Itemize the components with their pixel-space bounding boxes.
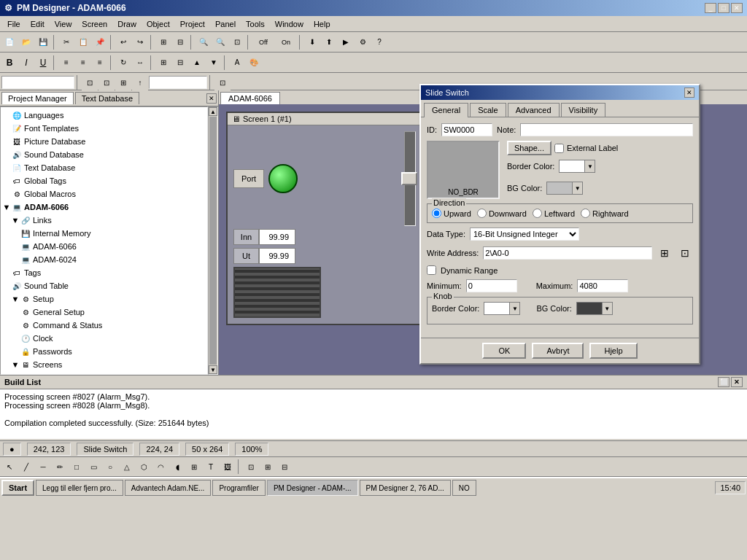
rect-btn[interactable]: □ [69,459,85,475]
help-tool-btn[interactable]: ? [371,34,387,50]
tree-clock[interactable]: 🕐 Clock [2,332,206,345]
tree-command-status[interactable]: ⚙ Command & Status [2,319,206,332]
menu-project[interactable]: Project [176,18,209,30]
bg-color-btn[interactable]: 🎨 [246,55,262,71]
rotate-btn[interactable]: ↻ [115,55,131,71]
write-addr-btn2[interactable]: ⊡ [677,245,693,261]
radio-leftward-input[interactable] [533,209,542,218]
slider-track[interactable] [404,131,416,226]
radio-upward-input[interactable] [432,209,441,218]
obj3-btn[interactable]: ⊟ [276,459,293,475]
bold-btn[interactable]: B [1,55,18,71]
max-input[interactable] [577,279,628,292]
task-2[interactable]: Advantech Adam.NE... [125,480,212,496]
menu-window[interactable]: Window [271,18,308,30]
knob-bg-arrow[interactable]: ▼ [602,303,612,314]
tree-sound-table[interactable]: 🔊 Sound Table [2,279,206,292]
dialog-tab-visibility[interactable]: Visibility [561,103,606,117]
ok-button[interactable]: OK [482,343,526,359]
dialog-tab-advanced[interactable]: Advanced [508,103,560,117]
dialog-tab-general[interactable]: General [424,103,468,117]
task-1[interactable]: Legg til eller fjern pro... [36,480,123,496]
help-dialog-button[interactable]: Hjelp [589,343,637,359]
paste-btn[interactable]: 📌 [92,34,108,50]
save-btn[interactable]: 💾 [35,34,51,50]
radio-upward[interactable]: Upward [432,209,471,218]
scroll-thumb[interactable] [209,117,217,365]
radio-downward-input[interactable] [477,209,487,218]
tree-fonttemplates[interactable]: 📝 Font Templates [2,122,206,135]
group-btn[interactable]: ⊞ [155,55,171,71]
italic-btn[interactable]: I [18,55,34,71]
scroll-up-btn[interactable]: ▲ [209,107,217,116]
flip-h-btn[interactable]: ↔ [132,55,148,71]
menu-file[interactable]: File [3,18,25,30]
tree-general-setup[interactable]: ⚙ General Setup [2,306,206,319]
snap-btn[interactable]: ⊟ [172,34,188,50]
knob-border-arrow[interactable]: ▼ [509,303,519,314]
build-restore-btn[interactable]: ⬜ [718,377,729,387]
scroll-down-btn[interactable]: ▼ [209,365,217,374]
text-btn[interactable]: T [203,459,219,475]
align-center-btn[interactable]: ≡ [75,55,91,71]
write-addr-input[interactable] [483,246,652,260]
start-button[interactable]: Start [1,480,34,496]
align-left-btn[interactable]: ≡ [58,55,74,71]
close-button[interactable]: ✕ [731,3,743,13]
addr-btn3[interactable]: ⊞ [115,74,131,90]
zoom-fit-btn[interactable]: ⊡ [229,34,245,50]
redo-btn[interactable]: ↪ [132,34,148,50]
tree-tags[interactable]: 🏷 Tags [2,266,206,279]
compile-btn[interactable]: ⚙ [355,34,371,50]
poly-btn[interactable]: ⬡ [136,459,152,475]
tree-adam6024[interactable]: 💻 ADAM-6024 [2,253,206,266]
knob-bg-color-btn[interactable]: ▼ [576,302,613,315]
dialog-tab-scale[interactable]: Scale [470,103,506,117]
build-close-btn[interactable]: ✕ [731,377,743,387]
select-btn[interactable]: ↖ [1,459,18,475]
copy-btn[interactable]: 📋 [75,34,91,50]
menu-help[interactable]: Help [309,18,335,30]
knob-border-color-btn[interactable]: ▼ [484,302,520,315]
bitmap-btn[interactable]: 🖼 [220,459,236,475]
menu-panel[interactable]: Panel [211,18,240,30]
zoom-in-btn[interactable]: 🔍 [212,34,228,50]
roundrect-btn[interactable]: ▭ [85,459,101,475]
obj2-btn[interactable]: ⊞ [260,459,276,475]
menu-view[interactable]: View [50,18,77,30]
id-field[interactable] [441,123,492,136]
pm-tab-project[interactable]: Project Manager [1,92,74,104]
sim-btn[interactable]: ▶ [338,34,354,50]
dialog-close-btn[interactable]: ✕ [684,88,694,98]
triangle-btn[interactable]: △ [119,459,135,475]
download-btn[interactable]: ⬇ [304,34,320,50]
write-addr-btn1[interactable]: ⊞ [657,245,673,261]
tree-globalmacros[interactable]: ⚙ Global Macros [2,187,206,201]
tree-adam6066[interactable]: ▼ 💻 ADAM-6066 [2,201,206,214]
content-tab-adam[interactable]: ADAM-6066 [220,92,280,104]
min-input[interactable] [466,279,517,292]
hline-btn[interactable]: ─ [35,459,51,475]
pm-scrollbar[interactable]: ▲ ▼ [208,106,218,375]
bg-color-btn[interactable]: ▼ [546,182,583,195]
radio-downward[interactable]: Downward [477,209,527,218]
tree-links[interactable]: ▼ 🔗 Links [2,214,206,227]
front-btn[interactable]: ▲ [189,55,205,71]
bg-color-arrow[interactable]: ▼ [572,182,582,194]
filled-arc-btn[interactable]: ◖ [169,459,185,475]
ungroup-btn[interactable]: ⊟ [172,55,188,71]
cancel-button[interactable]: Avbryt [532,343,584,359]
tree-picturedb[interactable]: 🖼 Picture Database [2,135,206,148]
addr-btn4[interactable]: ↑ [132,74,148,90]
on-btn[interactable]: On [275,34,297,50]
line-btn[interactable]: ╱ [18,459,34,475]
radio-leftward[interactable]: Leftward [533,209,575,218]
menu-draw[interactable]: Draw [113,18,141,30]
underline-btn[interactable]: U [35,55,51,71]
task-6[interactable]: NO [452,480,476,496]
pm-tab-textdb[interactable]: Text Database [75,92,139,104]
addr-btn2[interactable]: ⊡ [98,74,115,90]
maximize-button[interactable]: □ [718,3,729,13]
tree-screen1[interactable]: 🖥 Screen 1 (#1) [2,371,206,375]
tree-setup[interactable]: ▼ ⚙ Setup [2,292,206,306]
